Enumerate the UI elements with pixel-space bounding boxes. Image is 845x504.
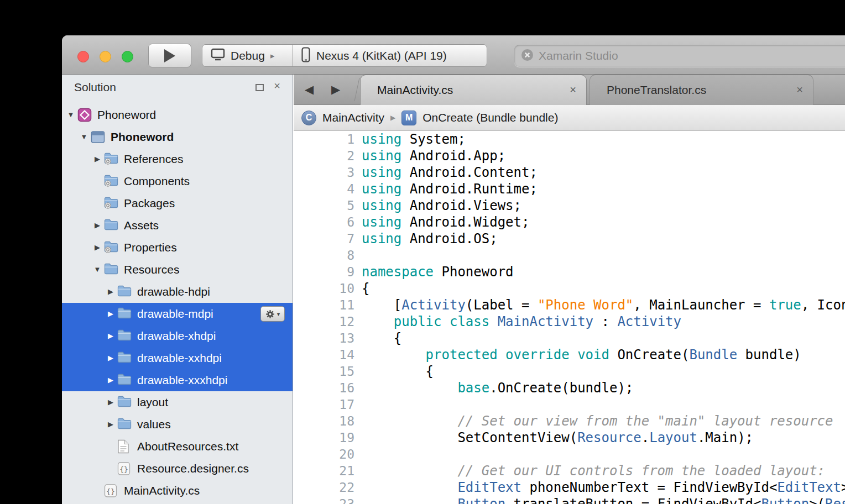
tab-bar: ◀ ▶ MainActivity.cs × PhoneTranslator.cs…	[294, 75, 845, 105]
code-area[interactable]: 1using System;2using Android.App;3using …	[294, 131, 845, 504]
code-line-16: 16 base.OnCreate(bundle);	[294, 380, 845, 396]
line-number: 4	[294, 181, 354, 197]
tree-item-drawable-mdpi[interactable]: ▶drawable-mdpi▾	[62, 303, 293, 325]
file-code-icon: {}	[117, 461, 132, 476]
disclosure-right-icon[interactable]: ▶	[105, 303, 116, 325]
tree-item-packages[interactable]: Packages	[62, 192, 293, 214]
configuration-label: Debug	[231, 49, 265, 62]
tree-item-aboutresources-txt[interactable]: AboutResources.txt	[62, 435, 293, 458]
line-number: 6	[294, 214, 354, 230]
tab-mainactivity[interactable]: MainActivity.cs ×	[360, 75, 587, 105]
device-label: Nexus 4 (KitKat) (API 19)	[316, 49, 447, 62]
svg-text:{}: {}	[106, 487, 115, 496]
disclosure-right-icon[interactable]: ▶	[92, 214, 103, 237]
disclosure-right-icon[interactable]: ▶	[92, 148, 103, 170]
tree-item-drawable-hdpi[interactable]: ▶drawable-hdpi	[62, 281, 293, 303]
tree-item-label: AboutResources.txt	[137, 435, 238, 458]
device-selector-button[interactable]: Nexus 4 (KitKat) (API 19)	[293, 45, 487, 66]
disclosure-right-icon[interactable]: ▶	[105, 369, 116, 391]
disclosure-down-icon[interactable]: ▼	[65, 104, 76, 126]
disclosure-right-icon[interactable]: ▶	[105, 391, 116, 413]
tree-item-resource-designer-cs[interactable]: {}Resource.designer.cs	[62, 458, 293, 480]
method-icon: M	[401, 111, 416, 125]
folder-badge-icon	[104, 152, 118, 166]
code-line-1: 1using System;	[294, 131, 845, 148]
tree-item-references[interactable]: ▶References	[62, 148, 293, 170]
line-number: 23	[294, 496, 354, 504]
zoom-window-button[interactable]	[122, 51, 133, 62]
line-number: 8	[294, 247, 354, 264]
tab-phonetranslator[interactable]: PhoneTranslator.cs ×	[590, 75, 813, 105]
tree-item-phoneword[interactable]: ▼Phoneword	[62, 104, 293, 126]
tree-item-values[interactable]: ▶values	[62, 413, 293, 435]
close-pad-icon[interactable]: ×	[274, 80, 280, 92]
disclosure-right-icon[interactable]: ▶	[105, 325, 116, 347]
line-number: 12	[294, 313, 354, 330]
folder-icon	[117, 307, 132, 321]
pad-title: Solution	[74, 81, 116, 94]
breadcrumb-class[interactable]: MainActivity	[322, 111, 384, 124]
tree-item-label: drawable-xxhdpi	[137, 347, 222, 369]
close-tab-icon[interactable]: ×	[796, 75, 803, 104]
line-number: 14	[294, 347, 354, 363]
folder-icon	[104, 218, 118, 233]
disclosure-down-icon[interactable]: ▼	[92, 259, 103, 281]
minimize-window-button[interactable]	[100, 51, 111, 62]
code-line-14: 14 protected override void OnCreate(Bund…	[294, 347, 845, 363]
line-number: 9	[294, 264, 354, 280]
tree-item-assets[interactable]: ▶Assets	[62, 214, 293, 237]
line-number: 13	[294, 330, 354, 347]
disclosure-right-icon[interactable]: ▶	[92, 237, 103, 259]
chevron-right-icon: ▸	[270, 51, 275, 61]
tree-item-label: drawable-xxxhdpi	[137, 369, 227, 391]
line-number: 1	[294, 131, 354, 148]
chevron-right-icon: ▶	[390, 114, 395, 122]
code-line-15: 15 {	[294, 363, 845, 380]
folder-icon	[117, 285, 132, 299]
gear-menu-button[interactable]: ▾	[260, 306, 285, 322]
line-number: 17	[294, 396, 354, 413]
tree-item-drawable-xxxhdpi[interactable]: ▶drawable-xxxhdpi	[62, 369, 293, 391]
line-number: 15	[294, 363, 354, 380]
tree-item-label: Phoneword	[111, 126, 174, 148]
tree-item-mainactivity-cs[interactable]: {}MainActivity.cs	[62, 480, 293, 502]
play-icon	[164, 49, 176, 63]
solution-pad-header: Solution ×	[62, 75, 293, 100]
folder-badge-icon	[104, 196, 118, 211]
close-tab-icon[interactable]: ×	[570, 75, 576, 104]
dock-pad-icon[interactable]	[255, 84, 264, 91]
tree-item-resources[interactable]: ▼Resources	[62, 259, 293, 281]
tab-label: PhoneTranslator.cs	[607, 75, 706, 104]
tree-item-layout[interactable]: ▶layout	[62, 391, 293, 413]
tree-item-drawable-xxhdpi[interactable]: ▶drawable-xxhdpi	[62, 347, 293, 369]
run-button[interactable]	[148, 44, 191, 67]
code-line-22: 22 EditText phoneNumberText = FindViewBy…	[294, 479, 845, 496]
disclosure-right-icon[interactable]: ▶	[105, 413, 116, 435]
tree-item-label: values	[137, 413, 171, 435]
navigate-forward-button[interactable]: ▶	[331, 75, 340, 104]
navigate-back-button[interactable]: ◀	[305, 75, 314, 104]
code-line-4: 4using Android.Runtime;	[294, 181, 845, 197]
svg-text:{}: {}	[119, 465, 128, 474]
disclosure-right-icon[interactable]: ▶	[105, 347, 116, 369]
search-field[interactable]: Xamarin Studio	[514, 45, 845, 67]
close-window-button[interactable]	[77, 51, 89, 62]
line-number: 19	[294, 429, 354, 446]
line-number: 21	[294, 463, 354, 479]
tree-item-label: Resources	[124, 259, 179, 281]
device-phone-icon	[301, 47, 310, 65]
tree-item-components[interactable]: Components	[62, 170, 293, 192]
tree-item-label: Phoneword	[97, 104, 156, 126]
breadcrumb-member[interactable]: OnCreate (Bundle bundle)	[422, 111, 558, 124]
tree-item-drawable-xhdpi[interactable]: ▶drawable-xhdpi	[62, 325, 293, 347]
tree-item-label: Assets	[124, 214, 159, 237]
build-configuration-button[interactable]: Debug ▸	[202, 45, 293, 66]
tab-label: MainActivity.cs	[377, 75, 453, 104]
tree-item-properties[interactable]: ▶Properties	[62, 237, 293, 259]
disclosure-down-icon[interactable]: ▼	[79, 126, 90, 148]
tree-item-label: MainActivity.cs	[124, 480, 200, 502]
tree-item-phoneword[interactable]: ▼Phoneword	[62, 126, 293, 148]
code-line-19: 19 SetContentView(Resource.Layout.Main);	[294, 429, 845, 446]
code-line-21: 21 // Get our UI controls from the loade…	[294, 463, 845, 479]
disclosure-right-icon[interactable]: ▶	[105, 281, 116, 303]
